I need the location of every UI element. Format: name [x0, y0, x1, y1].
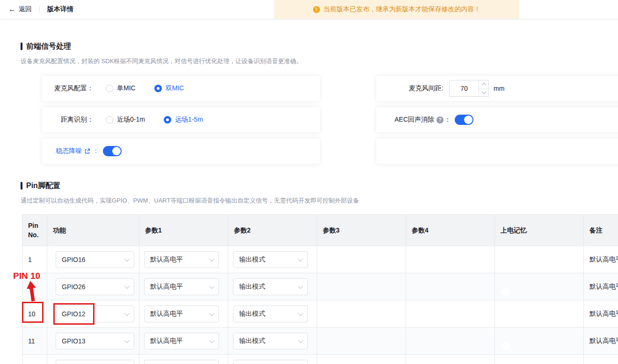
select-value: 输出模式: [239, 337, 265, 345]
select-value: GPIO16: [62, 256, 86, 263]
select-value: GPIO13: [62, 337, 86, 345]
back-button[interactable]: ← 返回: [8, 5, 32, 14]
distance-card: 距离识别： 近场0-1m 远场1-5m: [42, 107, 320, 132]
header-param4: 参数4: [406, 215, 495, 246]
param1-select[interactable]: 默认高电平: [144, 360, 219, 364]
stepper-down-button[interactable]: [479, 88, 488, 97]
aec-toggle[interactable]: [455, 115, 473, 125]
pin-config-table: Pin No. 功能 参数1 参数2 参数3 参数4 上电记忆 备注 1 GPI…: [22, 214, 618, 364]
pin-section-title: Pin脚配置: [26, 181, 60, 191]
header-power-memory: 上电记忆: [495, 215, 584, 246]
param4-cell: [406, 246, 495, 273]
function-select[interactable]: GPIO14: [56, 360, 134, 364]
aec-label: AEC回声消除: [394, 116, 434, 124]
pin-number-cell: 1: [22, 246, 47, 273]
mic-spacing-label: 麦克风间距:: [387, 84, 444, 93]
chevron-down-icon: [298, 310, 303, 315]
param1-select[interactable]: 默认高电平: [144, 251, 219, 268]
radio-label: 单MIC: [117, 84, 136, 93]
header-remark: 备注: [584, 215, 618, 246]
noise-reduction-toggle[interactable]: [103, 146, 122, 156]
empty-card: [376, 138, 618, 164]
select-value: 默认高电平: [150, 255, 183, 264]
help-icon[interactable]: ?: [436, 116, 444, 124]
table-row: 1 GPIO16 默认高电平 输出模式 默认高电平: [22, 246, 618, 273]
aec-card: AEC回声消除 ? ：: [376, 107, 618, 132]
table-header-row: Pin No. 功能 参数1 参数2 参数3 参数4 上电记忆 备注: [22, 215, 618, 246]
section-bar: [21, 43, 22, 50]
pin-number-cell: 13: [22, 355, 47, 364]
header-pin-no: Pin No.: [22, 215, 47, 246]
param4-cell: [406, 355, 495, 364]
param2-select[interactable]: 输出模式: [233, 278, 308, 295]
signal-section-description: 设备麦克风配置情况，封装的 SDK根据不同麦克风情况，对信号进行优化处理，让设备…: [21, 57, 618, 66]
chevron-down-icon: [298, 283, 303, 288]
pin-number-cell: 11: [22, 328, 47, 355]
radio-far-field[interactable]: 远场1-5m: [164, 116, 203, 124]
mic-spacing-input[interactable]: [450, 80, 479, 96]
table-row: 10 GPIO12 默认高电平 输出模式 默认高电平: [22, 300, 618, 328]
radio-label: 双MIC: [166, 84, 184, 93]
function-select[interactable]: GPIO16: [56, 251, 134, 268]
top-bar: ← 返回 版本详情 ! 当前版本已发布，继承为新版本才能保存修改的内容！: [0, 0, 618, 19]
header-function: 功能: [47, 215, 139, 246]
banner-text: 当前版本已发布，继承为新版本才能保存修改的内容！: [324, 5, 481, 14]
param2-select[interactable]: 输出模式: [233, 251, 308, 268]
param1-select[interactable]: 默认高电平: [144, 333, 219, 349]
function-select[interactable]: GPIO12: [56, 306, 134, 322]
function-select[interactable]: GPIO26: [56, 278, 134, 295]
stepper-up-button[interactable]: [479, 80, 488, 88]
select-value: GPIO12: [62, 310, 86, 318]
radio-checked-icon: [164, 116, 171, 124]
chevron-up-icon: [481, 83, 486, 87]
pin-number-cell: 9: [22, 273, 47, 300]
param3-cell: [317, 300, 406, 328]
back-arrow-icon: ←: [8, 6, 16, 13]
chevron-down-icon: [124, 256, 130, 261]
external-link-icon: [84, 148, 90, 154]
param1-select[interactable]: 默认高电平: [144, 278, 219, 295]
pin-section-header: Pin脚配置: [21, 181, 618, 191]
stepper-buttons: [479, 80, 488, 96]
param3-cell: [317, 328, 406, 355]
param3-cell: [317, 355, 406, 364]
param2-select[interactable]: 输出模式: [233, 306, 308, 322]
noise-reduction-card: 稳态降噪 ：: [42, 138, 320, 164]
noise-reduction-label: 稳态降噪: [56, 147, 82, 155]
mic-config-radio-group: 单MIC 双MIC: [106, 84, 184, 93]
chevron-down-icon: [481, 89, 486, 94]
param3-cell: [317, 246, 406, 273]
signal-section-header: 前端信号处理: [21, 41, 618, 51]
table-row: 9 GPIO26 默认高电平 输出模式 默认高电平: [22, 273, 618, 300]
chevron-down-icon: [209, 256, 214, 261]
radio-near-field[interactable]: 近场0-1m: [106, 116, 145, 124]
param1-select[interactable]: 默认高电平: [144, 306, 219, 322]
radio-label: 近场0-1m: [117, 116, 145, 124]
param4-cell: [406, 300, 495, 328]
mic-spacing-unit: mm: [494, 85, 504, 92]
select-value: 输出模式: [239, 283, 265, 291]
remark-cell: 默认高电平: [584, 300, 618, 328]
radio-icon: [106, 116, 113, 124]
function-select[interactable]: GPIO13: [56, 333, 134, 349]
param2-select[interactable]: 输出模式: [233, 333, 308, 349]
param3-cell: [317, 273, 406, 300]
mic-config-card: 麦克风配置： 单MIC 双MIC: [42, 76, 320, 101]
table-row: 13 GPIO14 默认高电平 输出模式 默认高电平: [22, 355, 618, 364]
header-param1: 参数1: [139, 215, 228, 246]
chevron-down-icon: [298, 256, 303, 261]
chevron-down-icon: [209, 337, 214, 342]
mic-config-label: 麦克风配置：: [53, 84, 94, 93]
remark-cell: 默认高电平: [584, 273, 618, 300]
noise-reduction-link[interactable]: 稳态降噪 ：: [56, 147, 103, 155]
chevron-down-icon: [209, 310, 214, 315]
table-row: 11 GPIO13 默认高电平 输出模式 默认高电平: [22, 328, 618, 355]
radio-label: 远场1-5m: [175, 116, 203, 124]
mic-spacing-stepper: [449, 80, 489, 97]
radio-dual-mic[interactable]: 双MIC: [154, 84, 184, 93]
chevron-down-icon: [124, 283, 130, 288]
radio-single-mic[interactable]: 单MIC: [106, 84, 136, 93]
param2-select[interactable]: 输出模式: [233, 360, 308, 364]
section-bar: [21, 182, 22, 189]
param4-cell: [406, 273, 495, 300]
